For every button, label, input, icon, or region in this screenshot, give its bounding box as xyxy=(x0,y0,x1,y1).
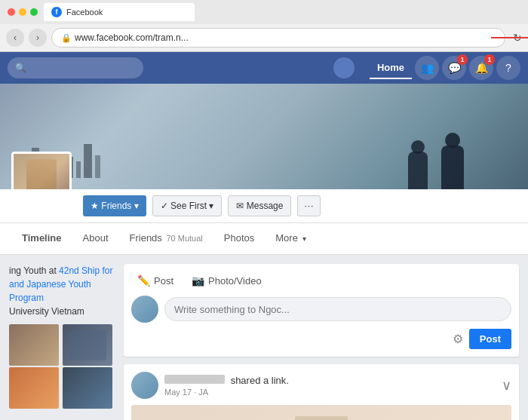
post-action: shared a link. xyxy=(231,375,289,386)
refresh-button[interactable]: ↻ xyxy=(513,32,522,44)
composer-post-tab[interactable]: ✏️ Post xyxy=(131,271,180,290)
sidebar-photos xyxy=(9,324,115,409)
help-icon-btn[interactable]: ? xyxy=(496,56,520,80)
friends-icon: 👥 xyxy=(421,62,434,74)
message-button[interactable]: ✉ Message xyxy=(228,195,291,216)
intro-university: University Vietnam xyxy=(9,306,84,317)
facebook-navbar: 🔍 Home 👥 💬 1 🔔 1 ? xyxy=(0,52,528,84)
notifications-icon-btn[interactable]: 🔔 1 xyxy=(469,56,493,80)
post-author-avatar[interactable] xyxy=(131,372,158,399)
left-sidebar: ing Youth at 42nd Ship for and Japanese … xyxy=(9,264,115,417)
post-meta: shared a link. May 17 · JA xyxy=(164,375,502,397)
browser-dots xyxy=(8,8,38,16)
profile-cover xyxy=(0,84,528,189)
tab-about[interactable]: About xyxy=(72,225,119,253)
nav-avatar[interactable] xyxy=(333,57,355,78)
url-text: www.facebook.com/tram.n... xyxy=(75,32,189,43)
intro-static: ing Youth at xyxy=(9,265,59,276)
profile-avatar[interactable] xyxy=(11,152,72,189)
post-time: May 17 · JA xyxy=(164,388,502,397)
pencil-icon: ✏️ xyxy=(137,274,150,287)
tab-title: Facebook xyxy=(66,8,103,17)
search-icon: 🔍 xyxy=(15,63,26,73)
lock-icon: 🔒 xyxy=(61,33,72,43)
composer-footer: ⚙ Post xyxy=(131,329,511,349)
friends-icon-btn[interactable]: 👥 xyxy=(415,56,439,80)
post-author-name: shared a link. xyxy=(164,375,502,386)
tab-more-label: More xyxy=(275,232,298,244)
friends-button[interactable]: ★ Friends ▾ xyxy=(83,195,146,216)
cover-photo xyxy=(0,84,528,189)
back-button[interactable]: ‹ xyxy=(6,29,24,47)
sidebar-photo-image-2 xyxy=(63,324,112,366)
see-first-button[interactable]: ✓ See First ▾ xyxy=(152,195,223,216)
friends-count: 70 Mutual xyxy=(166,234,202,243)
browser-chrome: f Facebook ‹ › 🔒 www.facebook.com/tram.n… xyxy=(0,0,528,52)
messages-badge: 1 xyxy=(457,54,468,65)
profile-tabs: Timeline About Friends 70 Mutual Photos … xyxy=(0,223,528,255)
profile-avatar-image xyxy=(14,154,69,189)
composer-avatar xyxy=(131,296,158,323)
right-feed: ✏️ Post 📷 Photo/Video ⚙ Post xyxy=(124,264,519,417)
sidebar-photo-1[interactable] xyxy=(9,324,59,366)
composer-photo-tab[interactable]: 📷 Photo/Video xyxy=(186,271,268,290)
profile-actions: ★ Friends ▾ ✓ See First ▾ ✉ Message ··· xyxy=(0,189,528,223)
forward-button[interactable]: › xyxy=(29,29,47,47)
more-actions-button[interactable]: ··· xyxy=(297,195,321,216)
post-header: shared a link. May 17 · JA ∨ xyxy=(131,372,511,399)
expand-icon[interactable]: ∨ xyxy=(502,377,511,394)
tab-about-label: About xyxy=(83,232,109,244)
search-box[interactable]: 🔍 xyxy=(8,57,143,78)
chevron-down-icon: ▾ xyxy=(302,235,306,243)
tab-timeline[interactable]: Timeline xyxy=(11,225,72,253)
photo-icon: 📷 xyxy=(192,274,204,287)
browser-titlebar: f Facebook xyxy=(0,0,528,24)
sidebar-photo-image-4 xyxy=(63,367,112,409)
tab-more[interactable]: More ▾ xyxy=(265,225,316,253)
post-thumbnail xyxy=(295,416,348,420)
minimize-dot[interactable] xyxy=(19,8,26,16)
post-image xyxy=(131,405,511,420)
photo-tab-label: Photo/Video xyxy=(208,275,262,287)
settings-icon[interactable]: ⚙ xyxy=(453,332,463,346)
browser-addressbar: ‹ › 🔒 www.facebook.com/tram.n... ↻ xyxy=(0,24,528,51)
maximize-dot[interactable] xyxy=(30,8,38,16)
composer-text-input[interactable] xyxy=(164,297,511,321)
sidebar-photo-image-1 xyxy=(9,324,59,366)
tab-photos-label: Photos xyxy=(224,232,254,244)
tab-friends-label: Friends xyxy=(130,232,162,244)
address-bar[interactable]: 🔒 www.facebook.com/tram.n... xyxy=(51,28,505,48)
blurred-name xyxy=(164,375,225,384)
tab-photos[interactable]: Photos xyxy=(213,225,265,253)
notifications-badge: 1 xyxy=(484,54,495,65)
post-tab-label: Post xyxy=(154,275,173,287)
browser-tab[interactable]: f Facebook xyxy=(44,3,195,21)
feed-post: shared a link. May 17 · JA ∨ xyxy=(124,364,519,420)
post-submit-button[interactable]: Post xyxy=(469,329,511,349)
post-composer: ✏️ Post 📷 Photo/Video ⚙ Post xyxy=(124,264,519,357)
sidebar-photo-image-3 xyxy=(9,367,59,409)
messages-icon-btn[interactable]: 💬 1 xyxy=(442,56,466,80)
composer-input-row xyxy=(131,296,511,323)
home-link[interactable]: Home xyxy=(370,57,412,79)
main-content: ing Youth at 42nd Ship for and Japanese … xyxy=(0,255,528,420)
sidebar-photo-3[interactable] xyxy=(9,367,59,409)
close-dot[interactable] xyxy=(8,8,15,16)
intro-text: ing Youth at 42nd Ship for and Japanese … xyxy=(9,264,115,318)
help-icon: ? xyxy=(505,62,511,74)
tab-friends[interactable]: Friends 70 Mutual xyxy=(119,225,213,253)
facebook-favicon: f xyxy=(51,7,62,17)
tab-timeline-label: Timeline xyxy=(22,232,62,244)
sidebar-photo-2[interactable] xyxy=(63,324,112,366)
sidebar-photo-4[interactable] xyxy=(63,367,112,409)
nav-right: Home 👥 💬 1 🔔 1 ? xyxy=(333,56,520,80)
composer-tabs: ✏️ Post 📷 Photo/Video xyxy=(131,271,511,290)
